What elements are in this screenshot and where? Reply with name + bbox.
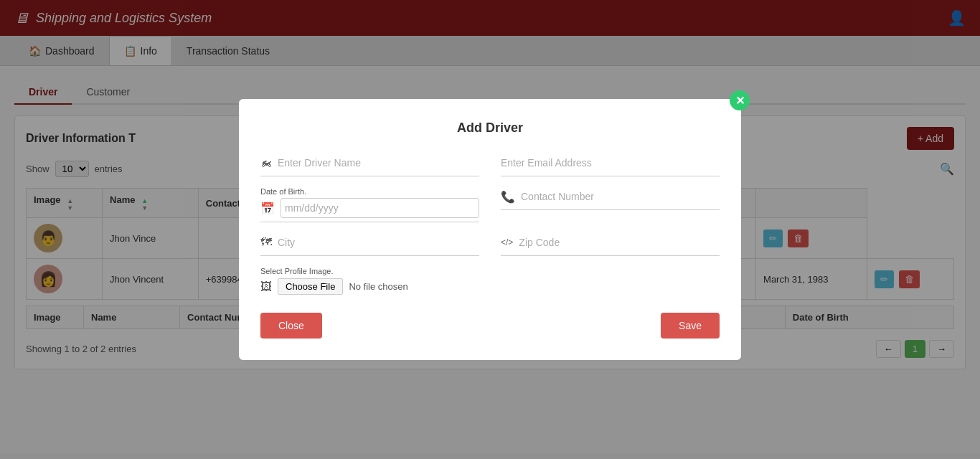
city-input[interactable] bbox=[278, 233, 479, 252]
contact-input-row: 📞 bbox=[501, 187, 720, 210]
modal-close-btn[interactable]: Close bbox=[260, 313, 322, 339]
email-field bbox=[501, 153, 720, 176]
phone-icon: 📞 bbox=[501, 190, 515, 204]
zip-field: </> bbox=[501, 233, 720, 256]
dob-input[interactable] bbox=[281, 198, 479, 218]
bike-icon: 🏍 bbox=[260, 156, 272, 169]
modal-form: 🏍 Date of Birth. 📅 bbox=[260, 153, 720, 295]
modal-save-btn[interactable]: Save bbox=[661, 313, 720, 339]
modal-overlay: ✕ Add Driver 🏍 Date of Birth. 📅 bbox=[0, 0, 980, 453]
zip-input[interactable] bbox=[519, 233, 720, 252]
modal-close-button[interactable]: ✕ bbox=[730, 90, 750, 110]
code-icon: </> bbox=[501, 237, 513, 247]
image-icon: 🖼 bbox=[260, 280, 272, 293]
contact-input[interactable] bbox=[521, 187, 720, 206]
modal-title: Add Driver bbox=[260, 120, 720, 136]
dob-field: Date of Birth. 📅 bbox=[260, 187, 479, 222]
email-input[interactable] bbox=[501, 153, 720, 172]
zip-input-row: </> bbox=[501, 233, 720, 256]
city-input-row: 🗺 bbox=[260, 233, 479, 256]
driver-name-input[interactable] bbox=[278, 153, 479, 172]
dob-input-row: 📅 bbox=[260, 198, 479, 222]
driver-name-field: 🏍 bbox=[260, 153, 479, 176]
file-label: Select Profile Image. bbox=[260, 267, 720, 275]
calendar-icon: 📅 bbox=[260, 202, 275, 215]
modal-footer: Close Save bbox=[260, 313, 720, 339]
map-icon: 🗺 bbox=[260, 236, 272, 249]
driver-name-input-row: 🏍 bbox=[260, 153, 479, 176]
no-file-text: No file chosen bbox=[349, 281, 407, 292]
city-field: 🗺 bbox=[260, 233, 479, 256]
email-input-row bbox=[501, 153, 720, 176]
file-input-row: 🖼 Choose File No file chosen bbox=[260, 278, 720, 295]
add-driver-modal: ✕ Add Driver 🏍 Date of Birth. 📅 bbox=[239, 99, 741, 360]
choose-file-button[interactable]: Choose File bbox=[278, 278, 343, 295]
dob-label: Date of Birth. bbox=[260, 187, 479, 196]
contact-field: 📞 bbox=[501, 187, 720, 222]
file-upload-field: Select Profile Image. 🖼 Choose File No f… bbox=[260, 267, 720, 295]
